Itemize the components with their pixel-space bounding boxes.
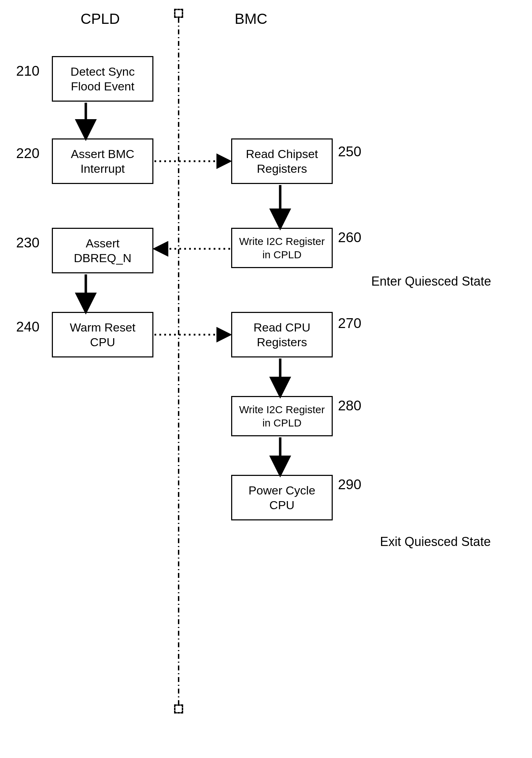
- box-260-text: Write I2C Register in CPLD: [239, 235, 325, 261]
- label-220: 220: [16, 145, 40, 161]
- box-220: Assert BMC Interrupt: [52, 138, 153, 184]
- box-220-text: Assert BMC Interrupt: [71, 146, 134, 176]
- svg-overlay: [0, 0, 532, 758]
- divider-top-marker: [174, 9, 183, 18]
- divider-bottom-marker: [174, 704, 183, 713]
- box-270: Read CPU Registers: [231, 312, 333, 357]
- label-290: 290: [338, 477, 361, 492]
- box-240: Warm Reset CPU: [52, 312, 153, 357]
- annotation-enter: Enter Quiesced State: [371, 274, 491, 289]
- box-250: Read Chipset Registers: [231, 138, 333, 184]
- diagram-canvas: CPLD BMC Detect Sync Flood Event 210 Ass…: [0, 0, 532, 758]
- label-260: 260: [338, 230, 361, 245]
- box-280: Write I2C Register in CPLD: [231, 396, 333, 436]
- box-240-text: Warm Reset CPU: [70, 320, 136, 350]
- box-250-text: Read Chipset Registers: [246, 146, 318, 176]
- box-290: Power Cycle CPU: [231, 475, 333, 520]
- box-230: Assert DBREQ_N: [52, 228, 153, 273]
- label-280: 280: [338, 398, 361, 414]
- box-270-text: Read CPU Registers: [254, 320, 311, 350]
- box-210-text: Detect Sync Flood Event: [70, 64, 134, 94]
- box-210: Detect Sync Flood Event: [52, 56, 153, 102]
- box-260: Write I2C Register in CPLD: [231, 228, 333, 268]
- box-230-text: Assert DBREQ_N: [74, 236, 131, 266]
- box-290-text: Power Cycle CPU: [249, 483, 316, 513]
- label-250: 250: [338, 144, 361, 159]
- box-280-text: Write I2C Register in CPLD: [239, 403, 325, 429]
- label-230: 230: [16, 235, 40, 251]
- label-210: 210: [16, 63, 40, 79]
- header-bmc: BMC: [235, 11, 267, 27]
- label-270: 270: [338, 315, 361, 331]
- label-240: 240: [16, 319, 40, 335]
- header-cpld: CPLD: [81, 11, 120, 27]
- annotation-exit: Exit Quiesced State: [380, 534, 491, 549]
